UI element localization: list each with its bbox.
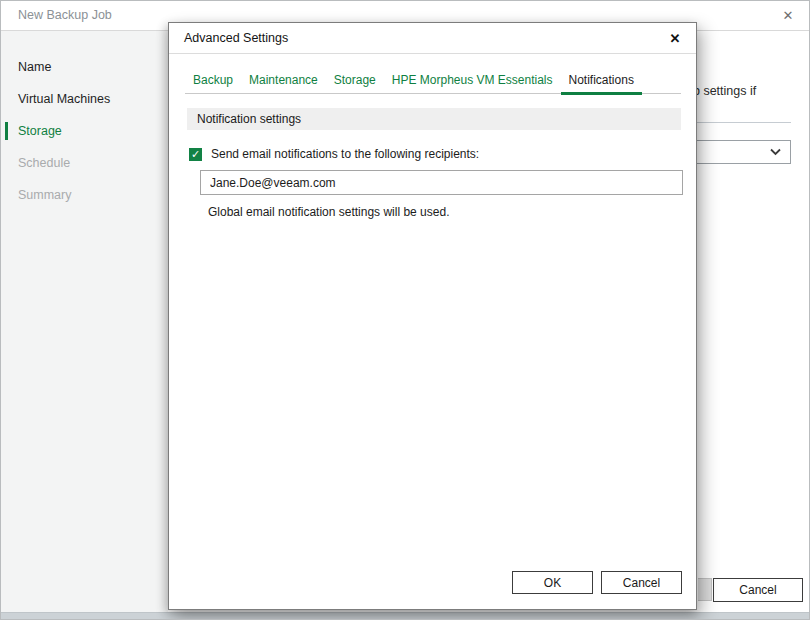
global-settings-note: Global email notification settings will … — [208, 205, 696, 219]
advanced-settings-dialog: Advanced Settings ✕ Backup Maintenance S… — [168, 22, 697, 610]
close-icon: ✕ — [783, 8, 794, 23]
dialog-title: Advanced Settings — [184, 23, 288, 54]
dialog-footer: OK Cancel — [512, 571, 682, 594]
notification-settings-section-header: Notification settings — [187, 108, 681, 130]
window-title: New Backup Job — [18, 0, 112, 31]
sidebar-item-label: Virtual Machines — [18, 92, 110, 106]
sidebar-item-label: Name — [18, 60, 51, 74]
sidebar-item-name[interactable]: Name — [0, 51, 168, 83]
tab-maintenance[interactable]: Maintenance — [241, 73, 326, 93]
close-icon: ✕ — [670, 31, 681, 46]
sidebar-item-label: Storage — [18, 124, 62, 138]
send-email-checkbox[interactable]: ✓ — [189, 148, 202, 161]
sidebar-item-schedule[interactable]: Schedule — [0, 147, 168, 179]
tab-notifications[interactable]: Notifications — [561, 73, 642, 93]
dialog-header: Advanced Settings ✕ — [169, 23, 696, 54]
send-email-checkbox-row: ✓ Send email notifications to the follow… — [189, 147, 681, 161]
recipients-input[interactable] — [200, 170, 683, 195]
send-email-checkbox-label[interactable]: Send email notifications to the followin… — [211, 147, 479, 161]
tab-hpe-morpheus-vm-essentials[interactable]: HPE Morpheus VM Essentials — [384, 73, 561, 93]
chevron-down-icon — [770, 148, 781, 156]
hidden-button-sliver — [698, 578, 712, 601]
dialog-close-button[interactable]: ✕ — [664, 28, 686, 50]
sidebar-item-label: Summary — [18, 188, 71, 202]
check-icon: ✓ — [191, 148, 200, 160]
tab-storage[interactable]: Storage — [326, 73, 384, 93]
wizard-step-sidebar: Name Virtual Machines Storage Schedule S… — [0, 31, 168, 612]
dialog-cancel-button[interactable]: Cancel — [601, 571, 682, 594]
window-bottom-edge — [0, 612, 810, 620]
ok-button[interactable]: OK — [512, 571, 593, 594]
window-close-button[interactable]: ✕ — [777, 5, 799, 27]
sidebar-item-virtual-machines[interactable]: Virtual Machines — [0, 83, 168, 115]
sidebar-item-storage[interactable]: Storage — [0, 115, 168, 147]
sidebar-item-label: Schedule — [18, 156, 70, 170]
dialog-tab-bar: Backup Maintenance Storage HPE Morpheus … — [185, 73, 681, 94]
tab-backup[interactable]: Backup — [185, 73, 241, 93]
sidebar-item-summary[interactable]: Summary — [0, 179, 168, 211]
wizard-cancel-button[interactable]: Cancel — [713, 578, 803, 602]
